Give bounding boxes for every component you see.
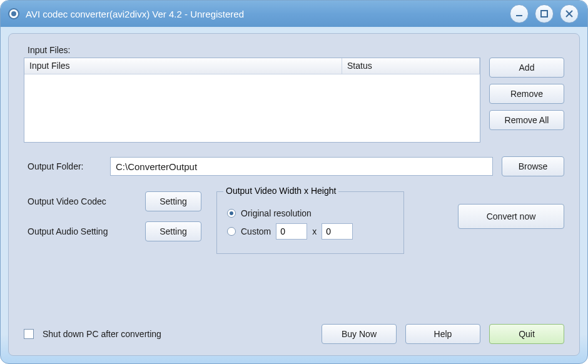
output-folder-label: Output Folder: xyxy=(24,161,101,171)
column-input-files[interactable]: Input Files xyxy=(24,58,342,74)
output-folder-input[interactable] xyxy=(110,157,493,176)
maximize-icon xyxy=(540,9,549,18)
audio-setting-label: Output Audio Setting xyxy=(28,226,134,236)
close-icon xyxy=(565,9,574,18)
app-window: AVI codec converter(avi2divx) Ver 4.2 - … xyxy=(0,0,588,364)
column-status[interactable]: Status xyxy=(342,58,480,74)
table-header: Input Files Status xyxy=(24,58,480,74)
remove-all-button[interactable]: Remove All xyxy=(489,110,564,130)
input-files-table[interactable]: Input Files Status xyxy=(24,58,480,143)
add-button[interactable]: Add xyxy=(489,58,564,78)
table-body[interactable] xyxy=(24,74,480,142)
resolution-fieldset: Output Video Width x Height Original res… xyxy=(216,191,404,254)
remove-button[interactable]: Remove xyxy=(489,84,564,104)
minimize-icon xyxy=(515,9,524,18)
radio-original-resolution[interactable] xyxy=(227,209,236,218)
quit-button[interactable]: Quit xyxy=(489,324,564,344)
browse-button[interactable]: Browse xyxy=(502,156,564,176)
fieldset-legend: Output Video Width x Height xyxy=(223,186,338,196)
svg-rect-1 xyxy=(541,11,547,17)
original-resolution-label: Original resolution xyxy=(241,208,312,218)
client-area: Input Files: Input Files Status Add Remo… xyxy=(8,33,580,356)
input-files-label: Input Files: xyxy=(24,45,564,55)
titlebar: AVI codec converter(avi2divx) Ver 4.2 - … xyxy=(1,1,587,27)
app-icon xyxy=(8,8,19,19)
radio-custom-resolution[interactable] xyxy=(227,227,236,236)
custom-label: Custom xyxy=(241,226,271,236)
video-codec-label: Output Video Codec xyxy=(28,196,134,206)
audio-setting-button[interactable]: Setting xyxy=(145,221,201,241)
video-setting-button[interactable]: Setting xyxy=(145,191,201,211)
window-title: AVI codec converter(avi2divx) Ver 4.2 - … xyxy=(26,9,244,19)
width-input[interactable] xyxy=(276,223,307,240)
minimize-button[interactable] xyxy=(510,4,529,23)
maximize-button[interactable] xyxy=(535,4,554,23)
convert-button[interactable]: Convert now xyxy=(458,204,564,229)
dimension-separator: x xyxy=(312,226,317,236)
shutdown-label: Shut down PC after converting xyxy=(43,329,161,339)
height-input[interactable] xyxy=(322,223,353,240)
help-button[interactable]: Help xyxy=(405,324,480,344)
window-controls xyxy=(510,4,579,23)
shutdown-checkbox[interactable] xyxy=(24,329,34,339)
close-button[interactable] xyxy=(560,4,579,23)
buy-now-button[interactable]: Buy Now xyxy=(322,324,397,344)
